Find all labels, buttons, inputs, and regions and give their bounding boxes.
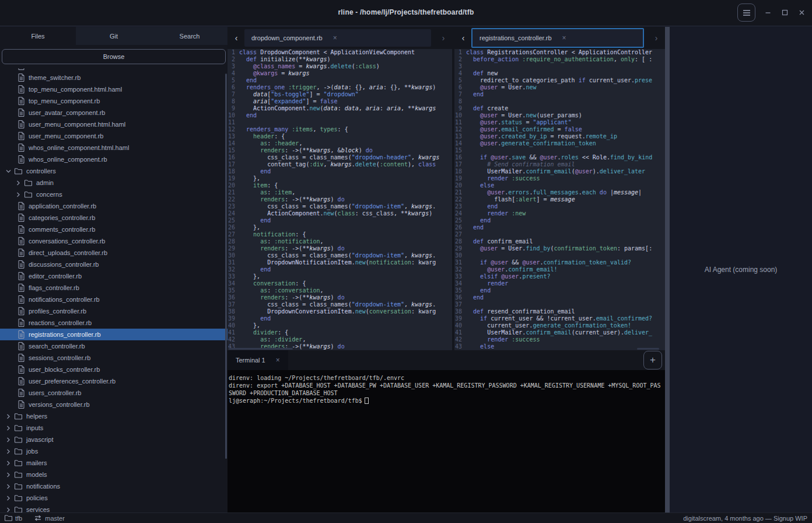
tab-files[interactable]: Files <box>0 27 76 45</box>
code-editor-right[interactable]: 1class RegistrationsController < Applica… <box>454 49 665 350</box>
tree-file[interactable]: categories_controller.rb <box>0 212 228 224</box>
tree-item-label: inputs <box>26 424 43 431</box>
chevron-right-icon[interactable] <box>15 192 22 197</box>
chevron-right-icon[interactable] <box>5 426 12 431</box>
line-number: 36 <box>228 294 239 301</box>
file-icon <box>18 342 24 350</box>
tree-file[interactable]: application_controller.rb <box>0 200 228 212</box>
tree-file[interactable]: direct_uploads_controller.rb <box>0 247 228 259</box>
editor-tab-registrations-controller[interactable]: registrations_controller.rb × <box>471 28 644 48</box>
tree-file[interactable]: user_menu_component.rb <box>0 130 228 142</box>
tree-file[interactable]: versions_controller.rb <box>0 399 228 410</box>
tree-file[interactable]: sessions_controller.rb <box>0 352 228 364</box>
chevron-right-icon[interactable] <box>5 472 12 477</box>
tree-file[interactable]: editor_controller.rb <box>0 270 228 282</box>
tree-file[interactable]: search_controller.rb <box>0 340 228 352</box>
tree-item-label: sessions_controller.rb <box>29 354 90 361</box>
tree-folder[interactable]: controllers <box>0 165 228 177</box>
tree-file[interactable]: users_controller.rb <box>0 387 228 399</box>
code-line: 12 renders_many :items, types: { <box>228 126 452 133</box>
tree-file[interactable]: reactions_controller.rb <box>0 317 228 329</box>
file-icon <box>18 319 24 327</box>
tree-folder[interactable]: mailers <box>0 457 228 469</box>
tab-close-icon[interactable]: × <box>276 356 280 364</box>
tree-folder[interactable]: inputs <box>0 422 228 434</box>
terminal-output[interactable]: direnv: loading ~/Projects/thefretboard/… <box>228 370 665 405</box>
browse-button[interactable]: Browse <box>2 49 226 64</box>
code-line: 28 as: :notification, <box>228 238 452 245</box>
tab-git[interactable]: Git <box>76 27 152 45</box>
menu-button[interactable] <box>737 4 755 22</box>
tree-folder[interactable]: models <box>0 469 228 480</box>
tree-folder[interactable]: policies <box>0 492 228 504</box>
code-line: 12 @user.email_confirmed = false <box>454 126 665 133</box>
hscrollbar-right[interactable] <box>637 348 659 350</box>
tab-scroll-left-icon[interactable]: ‹ <box>230 34 243 42</box>
line-number: 17 <box>228 161 239 168</box>
tab-close-icon[interactable]: × <box>333 34 337 42</box>
ai-agent-panel: AI Agent (coming soon) <box>670 27 812 512</box>
tree-file[interactable]: user_menu_component.html.haml <box>0 118 228 130</box>
tree-folder[interactable]: services <box>0 504 228 512</box>
tree-file[interactable]: profiles_controller.rb <box>0 305 228 317</box>
tree-folder[interactable]: jobs <box>0 445 228 457</box>
tree-file[interactable]: whos_online_component.html.haml <box>0 142 228 154</box>
hscrollbar-left[interactable] <box>229 348 293 350</box>
code-line: 25 end <box>454 217 665 224</box>
tree-file[interactable]: theme_switcher.rb <box>0 72 228 83</box>
code-editor-left[interactable]: 1class DropdownComponent < ApplicationVi… <box>228 49 452 350</box>
chevron-right-icon[interactable] <box>5 437 12 442</box>
maximize-button[interactable] <box>780 8 789 18</box>
tree-folder[interactable]: javascript <box>0 434 228 445</box>
tab-scroll-left-icon[interactable]: ‹ <box>457 34 470 42</box>
tree-item-label: notifications <box>26 483 60 490</box>
tab-scroll-right-icon[interactable]: › <box>437 34 450 42</box>
tree-folder[interactable]: helpers <box>0 410 228 422</box>
line-number: 11 <box>228 119 239 126</box>
tree-scrollbar[interactable] <box>225 74 227 459</box>
tree-folder[interactable]: notifications <box>0 480 228 492</box>
tree-file[interactable]: discussions_controller.rb <box>0 259 228 270</box>
file-icon <box>18 307 24 315</box>
line-number: 40 <box>228 322 239 329</box>
tree-file[interactable]: user_avatar_component.rb <box>0 107 228 118</box>
folder-icon <box>15 425 22 431</box>
code-line: 23 end <box>454 203 665 210</box>
tree-item-label: javascript <box>26 436 53 443</box>
tree-file[interactable]: whos_online_component.rb <box>0 154 228 165</box>
chevron-right-icon[interactable] <box>5 507 12 512</box>
tree-file[interactable]: notifications_controller.rb <box>0 294 228 305</box>
chevron-right-icon[interactable] <box>5 496 12 501</box>
tree-file[interactable]: comments_controller.rb <box>0 224 228 235</box>
code-line: 4 @kwargs = kwargs <box>228 70 452 77</box>
chevron-right-icon[interactable] <box>5 449 12 454</box>
new-terminal-button[interactable]: + <box>643 351 662 369</box>
tree-folder[interactable]: admin <box>0 177 228 189</box>
chevron-right-icon[interactable] <box>15 180 22 186</box>
close-button[interactable] <box>797 8 806 18</box>
terminal-tab-1[interactable]: Terminal 1 × <box>228 350 288 370</box>
tab-search[interactable]: Search <box>152 27 228 45</box>
chevron-down-icon[interactable] <box>5 169 12 173</box>
tree-file[interactable]: top_menu_component.rb <box>0 95 228 107</box>
tab-close-icon[interactable]: × <box>562 34 566 42</box>
editor-tab-dropdown-component[interactable]: dropdown_component.rb × <box>244 29 431 47</box>
tree-file[interactable]: conversations_controller.rb <box>0 235 228 247</box>
tree-file[interactable]: registrations_controller.rb <box>0 329 228 340</box>
tree-folder[interactable]: concerns <box>0 189 228 200</box>
chevron-right-icon[interactable] <box>5 414 12 419</box>
code-line: 30 <box>454 252 665 259</box>
tree-file[interactable]: flags_controller.rb <box>0 282 228 294</box>
file-tree[interactable]: theme_switcher.rbtop_menu_component.html… <box>0 68 228 512</box>
code-line: 23 css_class = class_names("dropdown-ite… <box>228 203 452 210</box>
tree-file[interactable]: user_preferences_controller.rb <box>0 375 228 387</box>
chevron-right-icon[interactable] <box>5 461 12 466</box>
tree-file[interactable]: user_blocks_controller.rb <box>0 364 228 375</box>
tree-file[interactable]: top_menu_component.html.haml <box>0 83 228 95</box>
tab-scroll-right-icon[interactable]: › <box>650 34 663 42</box>
line-number: 31 <box>228 259 239 266</box>
chevron-right-icon[interactable] <box>5 484 12 489</box>
panel-splitter[interactable] <box>665 27 670 512</box>
branch-indicator[interactable]: master <box>34 515 65 522</box>
minimize-button[interactable] <box>763 8 772 18</box>
